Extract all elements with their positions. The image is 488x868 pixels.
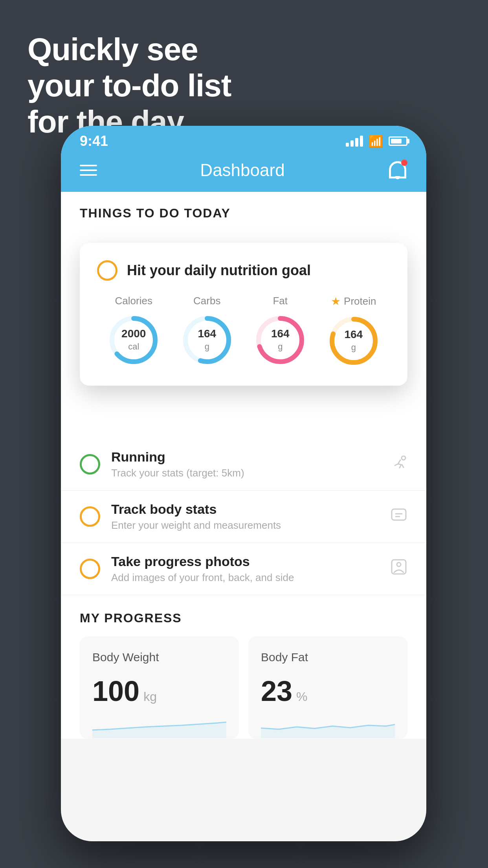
notification-bell[interactable] xyxy=(388,160,407,181)
body-weight-graph xyxy=(92,714,226,738)
calories-label: Calories xyxy=(115,295,152,307)
todo-photos-subtitle: Add images of your front, back, and side xyxy=(111,572,379,584)
body-weight-title: Body Weight xyxy=(92,651,226,664)
phone-mockup: 9:41 📶 Dashboard THINGS TO D xyxy=(61,126,426,841)
body-weight-card: Body Weight 100 kg xyxy=(80,636,239,739)
body-fat-value: 23 % xyxy=(261,675,395,707)
fat-value: 164 g xyxy=(271,328,290,352)
todo-photos-title: Take progress photos xyxy=(111,554,379,569)
body-fat-unit: % xyxy=(296,690,307,704)
todo-circle-running xyxy=(80,454,100,474)
nutrition-circles: Calories 2000 cal Carbs xyxy=(97,295,390,368)
wifi-icon: 📶 xyxy=(369,134,383,148)
fat-label: Fat xyxy=(273,295,288,307)
fat-donut: 164 g xyxy=(253,313,308,368)
scale-icon xyxy=(390,506,407,527)
calories-donut: 2000 cal xyxy=(106,313,161,368)
todo-running[interactable]: Running Track your stats (target: 5km) xyxy=(61,438,426,491)
nutrition-carbs: Carbs 164 g xyxy=(180,295,235,368)
todo-list: Running Track your stats (target: 5km) xyxy=(61,438,426,595)
nutrition-protein: ★ Protein 164 g xyxy=(326,295,381,368)
body-fat-title: Body Fat xyxy=(261,651,395,664)
todo-body-stats[interactable]: Track body stats Enter your weight and m… xyxy=(61,491,426,543)
todo-circle-nutrition xyxy=(97,260,117,281)
things-to-do-header: THINGS TO DO TODAY xyxy=(61,192,426,230)
protein-value: 164 g xyxy=(344,329,363,353)
todo-circle-body-stats xyxy=(80,506,100,527)
protein-donut: 164 g xyxy=(326,313,381,368)
progress-section: MY PROGRESS Body Weight 100 kg xyxy=(61,611,426,739)
signal-icon xyxy=(346,136,363,147)
body-fat-card: Body Fat 23 % xyxy=(248,636,407,739)
todo-running-subtitle: Track your stats (target: 5km) xyxy=(111,467,379,479)
nav-title: Dashboard xyxy=(200,160,284,180)
progress-cards: Body Weight 100 kg Body Fat xyxy=(80,636,407,739)
nutrition-fat: Fat 164 g xyxy=(253,295,308,368)
running-icon xyxy=(390,455,407,474)
nutrition-calories: Calories 2000 cal xyxy=(106,295,161,368)
calories-value: 2000 cal xyxy=(121,328,146,352)
todo-body-stats-title: Track body stats xyxy=(111,502,379,517)
status-bar: 9:41 📶 xyxy=(61,126,426,153)
carbs-donut: 164 g xyxy=(180,313,235,368)
svg-point-11 xyxy=(397,563,401,566)
nutrition-card-title: Hit your daily nutrition goal xyxy=(127,262,311,279)
hero-text: Quickly see your to-do list for the day. xyxy=(28,31,231,140)
body-weight-value: 100 kg xyxy=(92,675,226,707)
nutrition-card: Hit your daily nutrition goal Calories 2… xyxy=(80,243,407,386)
body-fat-graph xyxy=(261,714,395,738)
hamburger-menu[interactable] xyxy=(80,165,97,176)
content-area: THINGS TO DO TODAY Hit your daily nutrit… xyxy=(61,192,426,739)
status-time: 9:41 xyxy=(80,133,108,149)
person-icon xyxy=(390,558,407,579)
status-icons: 📶 xyxy=(346,134,407,148)
svg-point-8 xyxy=(402,456,405,460)
battery-icon xyxy=(389,136,407,146)
todo-progress-photos[interactable]: Take progress photos Add images of your … xyxy=(61,543,426,595)
progress-header: MY PROGRESS xyxy=(80,611,407,625)
body-weight-unit: kg xyxy=(143,690,157,704)
todo-running-title: Running xyxy=(111,449,379,465)
todo-body-stats-subtitle: Enter your weight and measurements xyxy=(111,519,379,531)
star-icon: ★ xyxy=(331,295,341,308)
todo-circle-photos xyxy=(80,559,100,579)
svg-rect-9 xyxy=(392,509,406,520)
nav-bar: Dashboard xyxy=(61,153,426,192)
protein-label: ★ Protein xyxy=(331,295,376,308)
carbs-label: Carbs xyxy=(193,295,220,307)
carbs-value: 164 g xyxy=(198,328,216,352)
